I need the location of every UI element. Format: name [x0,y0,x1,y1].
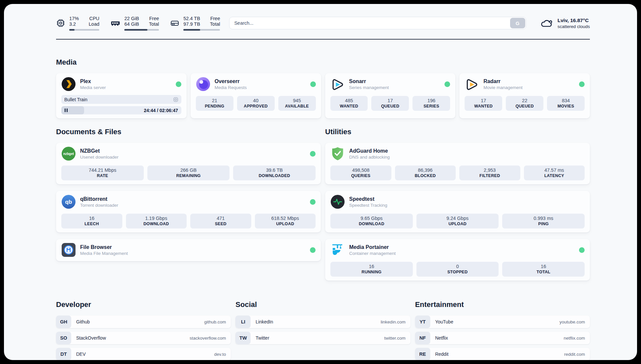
app-name: Media Portainer [349,244,396,250]
app-desc: Media File Management [80,251,128,256]
section-entertainment: Entertainment YT YouTube youtube.com NF … [415,300,590,360]
cpu-icon [56,18,65,28]
app-name: NZBGet [80,148,118,154]
header-divider [56,39,590,40]
card-nzbget[interactable]: nzbget NZBGet Usenet downloader 744.21 M… [56,143,321,184]
cpu-label-1: CPU [89,16,100,21]
stat-seed: 471 SEED [190,214,251,228]
stat-wanted: 17 WANTED [465,96,502,111]
weather-condition: scattered clouds [558,24,590,29]
status-dot-online [310,81,316,87]
link-linkedin[interactable]: LI LinkedIn linkedin.com [235,316,410,328]
app-desc: Movie management [483,85,523,90]
link-dev[interactable]: DT DEV dev.to [56,348,231,360]
status-dot-online [310,247,316,253]
app-name: Radarr [483,78,523,84]
app-name: Plex [80,78,106,84]
pause-button[interactable] [65,108,68,112]
stat-ping: 0.993 ms PING [502,214,585,228]
dashboard-page: 17% CPU 3.2 Load 22 GiB Free [4,4,637,360]
ram-total-value: 64 GiB [124,21,139,27]
card-qbittorrent[interactable]: qb qBittorrent Torrent downloader 16 LEE… [56,191,321,232]
stat-stopped: 0 STOPPED [416,262,499,277]
search-engine-button[interactable]: G [510,18,525,28]
section-title-utilities: Utilities [325,128,590,136]
link-stackoverflow[interactable]: SO StackOverflow stackoverflow.com [56,332,231,344]
radarr-icon [465,77,479,91]
weather-location: Lviv, 16.87°C [558,17,590,23]
ram-progress-fill [124,29,147,31]
stat-pending: 21 PENDING [196,96,233,111]
cpu-load-value: 3.2 [69,21,79,27]
disk-total-value: 97.9 TB [183,21,200,27]
session-screen-icon [173,97,178,102]
card-plex[interactable]: Plex Media server Bullet Train [56,73,187,118]
link-badge: LI [235,316,251,328]
ram-label-2: Total [149,21,159,27]
link-netflix[interactable]: NF Netflix netflix.com [415,332,590,344]
cpu-progress-fill [69,29,75,31]
link-badge: SO [56,332,71,344]
ram-icon [110,18,120,28]
app-name: File Browser [80,244,128,250]
link-reddit[interactable]: RE Reddit reddit.com [415,348,590,360]
stat-upload: 618.52 Mbps UPLOAD [255,214,316,228]
stat-filtered: 2,953 FILTERED [459,166,520,180]
card-radarr[interactable]: Radarr Movie management 17 WANTED 22 QUE… [459,73,590,118]
link-twitter[interactable]: TW Twitter twitter.com [235,332,410,344]
now-playing-row: Bullet Train [61,95,181,104]
stat-series: 196 SERIES [412,96,450,111]
status-dot-online [579,81,585,87]
stat-blocked: 86,396 BLOCKED [395,166,456,180]
card-portainer[interactable]: Media Portainer Container management 16 … [325,239,590,281]
qbittorrent-icon: qb [61,195,76,209]
card-sonarr[interactable]: Sonarr Series management 485 WANTED 17 Q… [325,73,456,118]
section-title-developer: Developer [56,300,231,309]
portainer-icon [330,243,345,257]
ram-free-value: 22 GiB [124,16,139,21]
weather-widget: Lviv, 16.87°C scattered clouds [540,17,590,29]
stat-download: 9.65 Gbps DOWNLOAD [330,214,413,228]
app-desc: Usenet downloader [80,155,118,160]
link-github[interactable]: GH Github github.com [56,316,231,328]
search-input[interactable] [229,17,526,29]
now-playing-title: Bullet Train [64,97,87,102]
playback-progress: 24:44 / 02:06:47 [61,106,181,114]
app-name: Speedtest [349,196,387,202]
link-badge: TW [235,332,251,344]
stat-downloaded: 39.6 TB DOWNLOADED [233,166,316,180]
section-title-entertainment: Entertainment [415,300,590,309]
stat-queued: 22 QUEUED [506,96,543,111]
section-utilities: Utilities AdGuard Home DNS and adblockin… [325,128,590,281]
link-badge: GH [56,316,71,328]
link-youtube[interactable]: YT YouTube youtube.com [415,316,590,328]
stat-approved: 40 APPROVED [237,96,275,111]
section-title-social: Social [235,300,410,309]
stat-wanted: 485 WANTED [330,96,368,111]
status-dot-online [579,247,585,253]
stat-movies: 834 MOVIES [547,96,585,111]
nzbget-icon: nzbget [61,146,76,161]
app-desc: Speedtest Tracking [349,203,387,208]
cpu-stat: 17% CPU 3.2 Load [56,16,99,31]
card-filebrowser[interactable]: File Browser Media File Management [56,239,321,261]
cpu-progress-track [69,29,99,31]
card-adguard[interactable]: AdGuard Home DNS and adblocking 498,508 … [325,143,590,184]
app-desc: DNS and adblocking [349,155,390,160]
stat-remaining: 266 GB REMAINING [147,166,230,180]
status-dot-online [176,81,181,87]
card-speedtest[interactable]: Speedtest Speedtest Tracking 9.65 Gbps D… [325,191,590,232]
app-name: qBittorrent [80,196,118,202]
svg-text:qb: qb [65,199,72,205]
link-badge: DT [56,348,71,360]
link-badge: RE [415,348,430,360]
app-desc: Media server [80,85,106,90]
app-name: AdGuard Home [349,148,390,154]
link-badge: NF [415,332,430,344]
stat-download: 1.19 Gbps DOWNLOAD [126,214,187,228]
cpu-percent: 17% [69,16,79,21]
status-dot-online [444,81,450,87]
stat-leech: 16 LEECH [61,214,122,228]
card-overseerr[interactable]: Overseerr Media Requests 21 PENDING 40 A… [191,73,321,118]
plex-icon [61,77,76,91]
